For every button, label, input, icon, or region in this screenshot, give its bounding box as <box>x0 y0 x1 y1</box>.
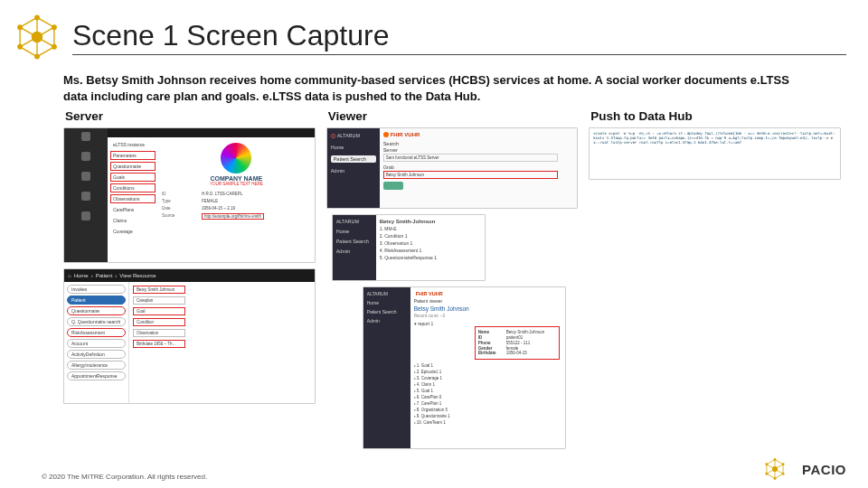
nav-item[interactable]: Parameters <box>110 151 156 160</box>
sidebar-item-home[interactable]: Home <box>331 145 376 150</box>
flame-icon <box>383 132 389 137</box>
nav-item[interactable]: Claims <box>110 216 156 225</box>
altarum-logo: ALTARUM <box>336 219 373 224</box>
server-iconbar <box>64 128 108 262</box>
field-value: 1956-04-15 ~ 2.19 <box>202 206 235 211</box>
server-heading: Server <box>63 109 316 123</box>
svg-point-5 <box>52 24 57 30</box>
nav-pill[interactable]: AllergyIntolerance <box>67 361 126 370</box>
nav-item[interactable]: Coverage <box>110 227 156 236</box>
field-key: Source <box>162 213 196 220</box>
viewer-screenshot-search: ALTARUM Home Patient Search Admin FHIR V… <box>326 127 579 209</box>
svg-point-16 <box>782 463 785 465</box>
svg-point-10 <box>32 32 42 42</box>
tree-item[interactable]: Careplan <box>133 296 185 305</box>
push-console: <root> <=p>1 -e %=p -n%,=% : =x‹ethorn s… <box>589 127 841 180</box>
patient-name: Betsy Smith Johnson <box>414 305 561 312</box>
list-item[interactable]: 2. Condition 1 <box>380 233 481 239</box>
grab-label: Grab <box>383 164 574 170</box>
list-item[interactable]: 5. QuestionnaireResponse 1 <box>380 255 481 260</box>
crumb[interactable]: View Resource <box>119 273 156 278</box>
crumb[interactable]: Patient <box>96 273 113 278</box>
home-icon[interactable]: ⌂ <box>68 273 71 278</box>
server-screenshot-top: eLTSS instance Parameters Questionnaire … <box>63 127 316 263</box>
nav-pill[interactable]: Invokes <box>67 285 126 294</box>
nav-item[interactable]: Questionnaire <box>110 162 156 171</box>
svg-point-21 <box>772 466 778 472</box>
nav-item[interactable]: CarePlans <box>110 205 156 214</box>
nav-pill[interactable]: ActivityDefinition <box>67 350 126 359</box>
nav-pill[interactable]: Patient <box>67 296 126 305</box>
pacio-hex-icon <box>763 457 787 481</box>
acc-item[interactable]: 4. Claim 1 <box>414 382 561 387</box>
sidebar-item-patient-search[interactable]: Patient Search <box>331 155 376 163</box>
list-item[interactable]: 3. Observation 1 <box>380 240 481 246</box>
resource-list: Betsy Smith-Johnson 1. MM-E 2. Condition… <box>376 215 485 280</box>
nav-item[interactable]: Goals <box>110 173 156 182</box>
field-key: ID <box>162 192 196 196</box>
sidebar-item[interactable]: Patient Search <box>367 309 407 314</box>
server-label: Server <box>383 147 574 153</box>
nav-pill[interactable]: RiskAssessment <box>67 328 126 337</box>
viewer-main: FHIR VUHR Search Server Sam functional e… <box>380 128 578 208</box>
viewer-sidebar: ALTARUM Home Patient Search Admin <box>363 287 410 448</box>
acc-item[interactable]: 6. CarePlan 0 <box>414 395 561 399</box>
tree-item[interactable]: Observation <box>133 329 185 337</box>
search-heading: Search <box>383 141 574 146</box>
sidebar-item[interactable]: Home <box>367 300 407 305</box>
nav-item[interactable]: eLTSS instance <box>110 140 156 149</box>
resource-accordion: 1. Goal 1 2. Episode1 1 3. Coverage 1 4.… <box>414 363 561 425</box>
sidebar-item-admin[interactable]: Admin <box>331 168 376 174</box>
nav-pill[interactable]: AppointmentResponse <box>67 371 126 380</box>
sidebar-item[interactable]: Admin <box>367 318 407 324</box>
server-input[interactable]: Sam functional eLTSS Server <box>383 154 559 162</box>
nav-item[interactable]: Observations <box>110 194 156 203</box>
nav-pill[interactable]: Q. Questionnaire search <box>67 317 126 326</box>
resource-tree: Betsy Smith Johnson Careplan Goal Condit… <box>129 282 315 403</box>
record-count: Record count: ~3 <box>414 314 561 318</box>
sidebar-item[interactable]: Patient Search <box>336 239 373 244</box>
tree-item[interactable]: Birthdate 1956 – Th… <box>133 340 185 348</box>
server-screenshot-bottom: ⌂ Home › Patient › View Resource Invokes… <box>63 268 316 404</box>
acc-item[interactable]: 5. Goal 1 <box>414 389 561 393</box>
viewer-sidebar: ALTARUM Home Patient Search Admin <box>333 215 376 280</box>
card-value: 1956-04-15 <box>506 351 527 356</box>
sub-heading: Patient viewer <box>414 298 561 304</box>
nav-pill[interactable]: Account <box>67 339 126 348</box>
acc-item[interactable]: 9. Questionnaire 1 <box>414 414 561 418</box>
viewer-sidebar: ALTARUM Home Patient Search Admin <box>327 128 380 208</box>
acc-item[interactable]: 10. CareTeam 1 <box>414 420 561 425</box>
acc-item[interactable]: 8. Organization 5 <box>414 408 561 412</box>
server-titlebar <box>108 128 315 137</box>
patient-input[interactable]: Betsy Smith Johnson <box>383 171 559 179</box>
list-item[interactable]: 1. MM-E <box>380 226 481 231</box>
field-key: Type <box>162 199 196 203</box>
search-button[interactable] <box>383 182 403 190</box>
patient-details: IDH.R.D. LTSS-CAREPL TypeFEMALE Date1956… <box>162 192 311 220</box>
nav-pill[interactable]: Questionnaire <box>67 306 126 315</box>
company-name: COMPANY NAME <box>162 175 311 182</box>
svg-point-17 <box>782 473 785 475</box>
svg-point-20 <box>765 463 768 465</box>
svg-point-6 <box>52 44 57 50</box>
copyright: © 2020 The MITRE Corporation. All rights… <box>42 473 207 481</box>
crumb[interactable]: Home <box>74 273 89 278</box>
scenario-description: Ms. Betsy Smith Johnson receives home co… <box>0 61 868 104</box>
sidebar-item[interactable]: Admin <box>336 249 373 254</box>
viewer-screenshot-patient: ALTARUM Home Patient Search Admin FHIR V… <box>363 286 566 449</box>
swirl-logo-icon <box>221 143 251 174</box>
acc-item[interactable]: 3. Coverage 1 <box>414 376 561 380</box>
list-item[interactable]: 4. RiskAssessment 1 <box>380 248 481 253</box>
patient-title: Betsy Smith-Johnson <box>380 219 481 224</box>
acc-item[interactable]: 2. Episode1 1 <box>414 370 561 374</box>
tree-item[interactable]: Goal <box>133 307 185 315</box>
patient-card: NameBetsy Smith-Johnson IDpatient01 Phon… <box>475 326 560 360</box>
svg-point-7 <box>34 54 40 60</box>
nav-item[interactable]: Conditions <box>110 183 156 192</box>
acc-item[interactable]: 1. Goal 1 <box>414 363 561 368</box>
sidebar-item[interactable]: Home <box>336 229 373 234</box>
tree-item[interactable]: Betsy Smith Johnson <box>133 286 185 294</box>
acc-item[interactable]: 7. CarePlan 1 <box>414 401 561 406</box>
svg-point-9 <box>17 24 23 30</box>
tree-item[interactable]: Condition <box>133 318 185 326</box>
